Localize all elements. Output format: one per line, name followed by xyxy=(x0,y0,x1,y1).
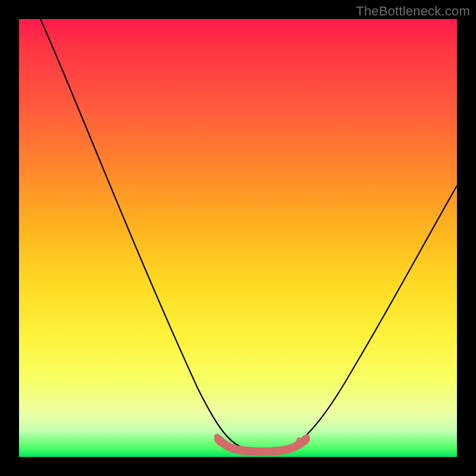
band-tick-right xyxy=(305,437,307,442)
bottleneck-curve xyxy=(19,19,457,457)
curve-path xyxy=(40,19,457,451)
attribution-text: TheBottleneck.com xyxy=(356,4,470,19)
plot-area xyxy=(19,19,457,457)
chart-frame: TheBottleneck.com xyxy=(0,0,476,476)
band-tick-left xyxy=(217,437,220,443)
band-tick-right-2 xyxy=(298,439,299,443)
